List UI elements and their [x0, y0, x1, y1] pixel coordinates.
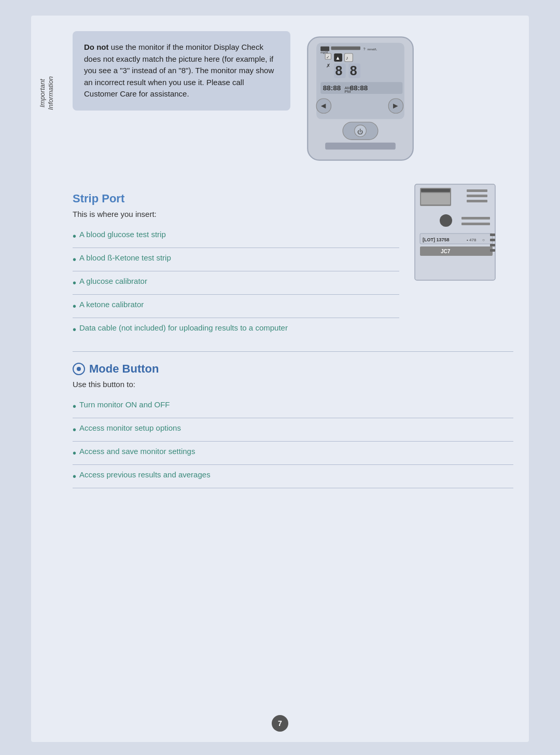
svg-text:88:88: 88:88 [350, 84, 368, 92]
divider [73, 351, 513, 352]
mode-icon [73, 363, 85, 375]
sidebar-label-text: ImportantInformation [38, 76, 54, 110]
list-item: A blood glucose test strip [73, 225, 399, 248]
info-text: use the monitor if the monitor Display C… [84, 43, 274, 98]
list-item: A glucose calibrator [73, 271, 399, 295]
svg-rect-39 [461, 217, 490, 219]
strip-image: [LOT] 13758 • 478 ○ JC7 [410, 182, 513, 285]
mode-button-subtitle: Use this button to: [73, 380, 513, 389]
mode-button-title: Mode Button [89, 362, 159, 376]
sidebar-label: ImportantInformation [31, 47, 62, 140]
svg-text:JC7: JC7 [441, 249, 451, 254]
svg-rect-34 [421, 193, 450, 204]
main-content: Strip Port This is where you insert: A b… [31, 176, 529, 504]
strip-port-text: Strip Port This is where you insert: A b… [73, 182, 399, 341]
svg-text:[LOT] 13758: [LOT] 13758 [423, 237, 450, 242]
svg-text:mmol/L: mmol/L [368, 48, 377, 51]
svg-text:8: 8 [335, 63, 342, 78]
strip-svg: [LOT] 13758 • 478 ○ JC7 [410, 182, 503, 285]
strip-port-list: A blood glucose test strip A blood ß-Ket… [73, 225, 399, 341]
svg-text:♪: ♪ [346, 55, 348, 61]
mode-title: Mode Button [73, 362, 513, 376]
svg-text:✓: ✓ [326, 55, 330, 60]
mode-button-section: Mode Button Use this button to: Turn mon… [73, 362, 513, 488]
svg-rect-40 [461, 223, 490, 225]
svg-rect-47 [490, 234, 495, 236]
svg-text:?: ? [363, 47, 366, 51]
mode-icon-inner [77, 367, 81, 371]
svg-rect-36 [467, 195, 487, 197]
svg-text:◄: ◄ [319, 101, 328, 110]
strip-port-title: Strip Port [73, 192, 399, 205]
list-item: Data cable (not included) for uploading … [73, 318, 399, 341]
list-item: Access and save monitor settings [73, 442, 513, 465]
svg-text:⏻: ⏻ [357, 129, 363, 135]
info-bold: Do not [84, 43, 108, 51]
svg-rect-50 [490, 249, 495, 252]
list-item: A blood ß-Ketone test strip [73, 248, 399, 271]
svg-rect-45 [420, 246, 493, 256]
svg-text:✗: ✗ [326, 63, 330, 68]
mode-button-list: Turn monitor ON and OFF Access monitor s… [73, 395, 513, 488]
svg-text:8: 8 [350, 63, 357, 78]
monitor-svg: ? mmol/L mg/dL ✓ ▲ ♪ ✗ 8 8 88:88 [301, 31, 420, 166]
svg-rect-35 [467, 189, 487, 192]
svg-rect-48 [490, 239, 495, 241]
list-item: A ketone calibrator [73, 295, 399, 318]
strip-port-section: Strip Port This is where you insert: A b… [73, 182, 513, 341]
svg-rect-30 [325, 143, 396, 150]
svg-text:►: ► [391, 101, 400, 110]
svg-text:▲: ▲ [335, 55, 340, 61]
page-number: 7 [272, 715, 288, 732]
svg-text:• 478: • 478 [467, 238, 477, 242]
list-item: Turn monitor ON and OFF [73, 395, 513, 418]
info-box: Do not use the monitor if the monitor Di… [73, 31, 290, 111]
strip-port-subtitle: This is where you insert: [73, 210, 399, 218]
list-item: Access monitor setup options [73, 418, 513, 442]
page-container: ImportantInformation Do not use the moni… [31, 16, 529, 742]
svg-rect-3 [331, 46, 360, 50]
list-item: Access previous results and averages [73, 465, 513, 488]
monitor-image: ? mmol/L mg/dL ✓ ▲ ♪ ✗ 8 8 88:88 [301, 31, 425, 166]
top-section: Do not use the monitor if the monitor Di… [31, 16, 529, 176]
svg-text:88:88: 88:88 [323, 84, 341, 92]
svg-point-38 [440, 214, 452, 227]
svg-text:○: ○ [482, 238, 485, 242]
svg-rect-49 [490, 244, 495, 246]
svg-rect-37 [467, 200, 487, 202]
svg-rect-33 [421, 189, 450, 192]
